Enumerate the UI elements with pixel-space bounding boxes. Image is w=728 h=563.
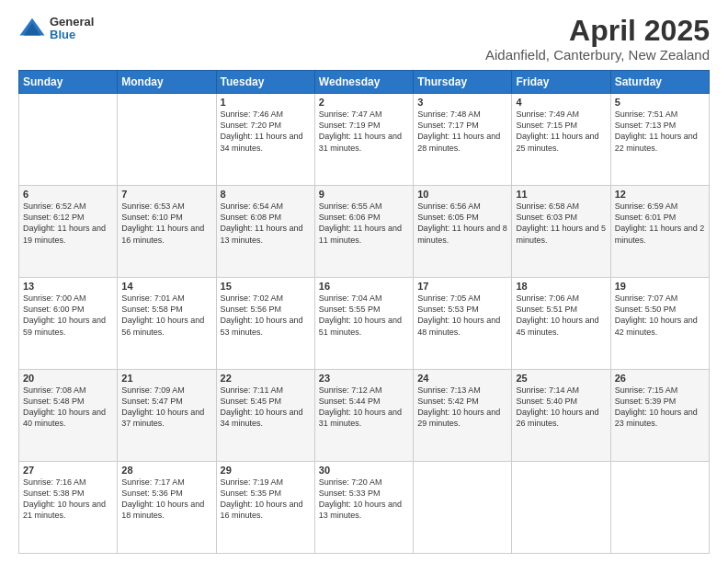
day-number: 23: [319, 373, 409, 384]
day-number: 11: [516, 189, 606, 200]
day-info: Sunrise: 6:52 AM Sunset: 6:12 PM Dayligh…: [23, 201, 113, 246]
day-number: 15: [221, 281, 311, 292]
day-number: 25: [516, 373, 606, 384]
calendar-cell: 16Sunrise: 7:04 AM Sunset: 5:55 PM Dayli…: [314, 278, 413, 370]
day-info: Sunrise: 7:51 AM Sunset: 7:13 PM Dayligh…: [615, 109, 705, 154]
calendar-cell: 20Sunrise: 7:08 AM Sunset: 5:48 PM Dayli…: [19, 370, 118, 462]
day-number: 18: [516, 281, 606, 292]
day-number: 14: [121, 281, 211, 292]
day-info: Sunrise: 7:46 AM Sunset: 7:20 PM Dayligh…: [221, 109, 311, 154]
calendar-week-row: 20Sunrise: 7:08 AM Sunset: 5:48 PM Dayli…: [19, 370, 710, 462]
day-info: Sunrise: 6:54 AM Sunset: 6:08 PM Dayligh…: [221, 201, 311, 246]
day-info: Sunrise: 7:48 AM Sunset: 7:17 PM Dayligh…: [417, 109, 507, 154]
day-info: Sunrise: 7:02 AM Sunset: 5:56 PM Dayligh…: [221, 293, 311, 338]
calendar-cell: 1Sunrise: 7:46 AM Sunset: 7:20 PM Daylig…: [216, 94, 314, 186]
day-info: Sunrise: 6:56 AM Sunset: 6:05 PM Dayligh…: [417, 201, 507, 246]
calendar-cell: 30Sunrise: 7:20 AM Sunset: 5:33 PM Dayli…: [314, 462, 413, 554]
day-number: 24: [417, 373, 507, 384]
calendar-cell: 27Sunrise: 7:16 AM Sunset: 5:38 PM Dayli…: [19, 462, 118, 554]
calendar-cell: [118, 94, 216, 186]
day-info: Sunrise: 6:59 AM Sunset: 6:01 PM Dayligh…: [615, 201, 705, 246]
calendar-cell: [512, 462, 610, 554]
calendar-cell: 14Sunrise: 7:01 AM Sunset: 5:58 PM Dayli…: [118, 278, 216, 370]
logo: General Blue: [18, 15, 94, 42]
calendar-cell: 25Sunrise: 7:14 AM Sunset: 5:40 PM Dayli…: [512, 370, 610, 462]
day-number: 22: [221, 373, 311, 384]
logo-blue: Blue: [50, 29, 94, 41]
day-info: Sunrise: 7:08 AM Sunset: 5:48 PM Dayligh…: [23, 385, 113, 430]
day-info: Sunrise: 7:00 AM Sunset: 6:00 PM Dayligh…: [23, 293, 113, 338]
day-number: 19: [615, 281, 705, 292]
day-number: 28: [121, 465, 211, 476]
calendar-cell: 7Sunrise: 6:53 AM Sunset: 6:10 PM Daylig…: [118, 186, 216, 278]
calendar-cell: 23Sunrise: 7:12 AM Sunset: 5:44 PM Dayli…: [314, 370, 413, 462]
day-number: 27: [23, 465, 113, 476]
day-number: 7: [121, 189, 211, 200]
day-header-sunday: Sunday: [19, 71, 118, 94]
day-number: 10: [417, 189, 507, 200]
day-info: Sunrise: 7:19 AM Sunset: 5:35 PM Dayligh…: [221, 477, 311, 522]
day-number: 26: [615, 373, 705, 384]
calendar-cell: 10Sunrise: 6:56 AM Sunset: 6:05 PM Dayli…: [414, 186, 512, 278]
day-info: Sunrise: 7:05 AM Sunset: 5:53 PM Dayligh…: [417, 293, 507, 338]
day-info: Sunrise: 7:14 AM Sunset: 5:40 PM Dayligh…: [516, 385, 606, 430]
day-info: Sunrise: 6:58 AM Sunset: 6:03 PM Dayligh…: [516, 201, 606, 246]
day-header-friday: Friday: [512, 71, 610, 94]
day-info: Sunrise: 7:13 AM Sunset: 5:42 PM Dayligh…: [417, 385, 507, 430]
day-number: 5: [615, 97, 705, 108]
day-number: 30: [319, 465, 409, 476]
day-number: 21: [121, 373, 211, 384]
day-info: Sunrise: 7:07 AM Sunset: 5:50 PM Dayligh…: [615, 293, 705, 338]
calendar-cell: 6Sunrise: 6:52 AM Sunset: 6:12 PM Daylig…: [19, 186, 118, 278]
day-header-wednesday: Wednesday: [314, 71, 413, 94]
page-subtitle: Aidanfield, Canterbury, New Zealand: [485, 47, 710, 63]
calendar-cell: 15Sunrise: 7:02 AM Sunset: 5:56 PM Dayli…: [216, 278, 314, 370]
calendar-cell: 13Sunrise: 7:00 AM Sunset: 6:00 PM Dayli…: [19, 278, 118, 370]
page-title: April 2025: [485, 15, 710, 47]
day-info: Sunrise: 7:20 AM Sunset: 5:33 PM Dayligh…: [319, 477, 409, 522]
day-header-monday: Monday: [118, 71, 216, 94]
calendar-cell: 19Sunrise: 7:07 AM Sunset: 5:50 PM Dayli…: [610, 278, 709, 370]
title-block: April 2025 Aidanfield, Canterbury, New Z…: [485, 15, 710, 63]
day-number: 20: [23, 373, 113, 384]
page: General Blue April 2025 Aidanfield, Cant…: [0, 0, 728, 563]
day-info: Sunrise: 7:01 AM Sunset: 5:58 PM Dayligh…: [121, 293, 211, 338]
calendar-cell: [610, 462, 709, 554]
day-info: Sunrise: 7:17 AM Sunset: 5:36 PM Dayligh…: [121, 477, 211, 522]
calendar-cell: 9Sunrise: 6:55 AM Sunset: 6:06 PM Daylig…: [314, 186, 413, 278]
logo-general: General: [50, 16, 94, 29]
day-info: Sunrise: 7:09 AM Sunset: 5:47 PM Dayligh…: [121, 385, 211, 430]
day-number: 17: [417, 281, 507, 292]
day-number: 1: [221, 97, 311, 108]
calendar-cell: 4Sunrise: 7:49 AM Sunset: 7:15 PM Daylig…: [512, 94, 610, 186]
day-info: Sunrise: 7:47 AM Sunset: 7:19 PM Dayligh…: [319, 109, 409, 154]
calendar-week-row: 13Sunrise: 7:00 AM Sunset: 6:00 PM Dayli…: [19, 278, 710, 370]
calendar-cell: 12Sunrise: 6:59 AM Sunset: 6:01 PM Dayli…: [610, 186, 709, 278]
day-number: 6: [23, 189, 113, 200]
day-info: Sunrise: 7:15 AM Sunset: 5:39 PM Dayligh…: [615, 385, 705, 430]
calendar-week-row: 27Sunrise: 7:16 AM Sunset: 5:38 PM Dayli…: [19, 462, 710, 554]
calendar-cell: 18Sunrise: 7:06 AM Sunset: 5:51 PM Dayli…: [512, 278, 610, 370]
header: General Blue April 2025 Aidanfield, Cant…: [18, 15, 710, 63]
day-number: 3: [417, 97, 507, 108]
day-header-saturday: Saturday: [610, 71, 709, 94]
calendar-week-row: 6Sunrise: 6:52 AM Sunset: 6:12 PM Daylig…: [19, 186, 710, 278]
day-info: Sunrise: 7:16 AM Sunset: 5:38 PM Dayligh…: [23, 477, 113, 522]
day-number: 4: [516, 97, 606, 108]
calendar-header-row: SundayMondayTuesdayWednesdayThursdayFrid…: [19, 71, 710, 94]
calendar-table: SundayMondayTuesdayWednesdayThursdayFrid…: [18, 70, 710, 554]
day-info: Sunrise: 7:12 AM Sunset: 5:44 PM Dayligh…: [319, 385, 409, 430]
calendar-cell: 26Sunrise: 7:15 AM Sunset: 5:39 PM Dayli…: [610, 370, 709, 462]
calendar-cell: 22Sunrise: 7:11 AM Sunset: 5:45 PM Dayli…: [216, 370, 314, 462]
calendar-cell: 29Sunrise: 7:19 AM Sunset: 5:35 PM Dayli…: [216, 462, 314, 554]
calendar-cell: 8Sunrise: 6:54 AM Sunset: 6:08 PM Daylig…: [216, 186, 314, 278]
day-info: Sunrise: 6:53 AM Sunset: 6:10 PM Dayligh…: [121, 201, 211, 246]
calendar-cell: 28Sunrise: 7:17 AM Sunset: 5:36 PM Dayli…: [118, 462, 216, 554]
logo-text: General Blue: [50, 16, 94, 42]
day-info: Sunrise: 7:04 AM Sunset: 5:55 PM Dayligh…: [319, 293, 409, 338]
day-number: 12: [615, 189, 705, 200]
day-number: 8: [221, 189, 311, 200]
calendar-week-row: 1Sunrise: 7:46 AM Sunset: 7:20 PM Daylig…: [19, 94, 710, 186]
calendar-cell: 5Sunrise: 7:51 AM Sunset: 7:13 PM Daylig…: [610, 94, 709, 186]
day-number: 16: [319, 281, 409, 292]
